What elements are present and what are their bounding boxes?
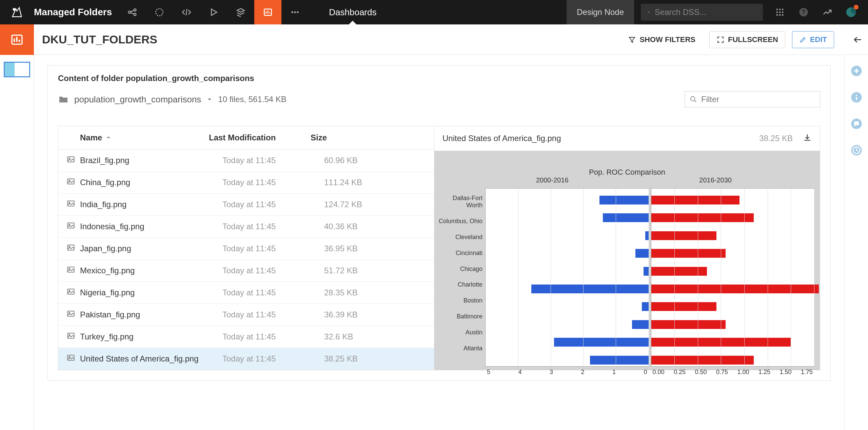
svg-point-52 — [855, 95, 857, 96]
download-icon — [803, 133, 812, 142]
file-modified: Today at 11:45 — [222, 200, 324, 209]
filter-icon — [628, 36, 636, 44]
svg-point-17 — [779, 12, 781, 13]
file-modified: Today at 11:45 — [222, 178, 324, 187]
file-name: Mexico_fig.png — [80, 266, 222, 275]
file-modified: Today at 11:45 — [222, 156, 324, 165]
file-size: 60.96 KB — [324, 156, 392, 165]
sort-asc-icon[interactable] — [105, 135, 112, 141]
svg-point-13 — [776, 9, 778, 11]
file-name: Brazil_fig.png — [80, 156, 222, 165]
file-modified: Today at 11:45 — [222, 310, 324, 319]
image-file-icon — [66, 155, 80, 166]
more-icon[interactable] — [281, 0, 309, 24]
apps-icon[interactable] — [770, 0, 790, 24]
dashboard-icon[interactable] — [254, 0, 281, 24]
svg-rect-6 — [266, 11, 267, 14]
image-file-icon — [66, 199, 80, 210]
file-size: 28.35 KB — [324, 288, 392, 297]
chart-title: Pop. ROC Comparison — [589, 168, 665, 177]
svg-point-10 — [294, 11, 296, 13]
svg-rect-7 — [268, 11, 269, 14]
global-search[interactable] — [641, 4, 763, 21]
download-button[interactable] — [803, 133, 812, 144]
help-icon[interactable]: ? — [793, 0, 814, 24]
flow-icon[interactable] — [119, 0, 146, 24]
tab-label: Dashboards — [329, 7, 376, 18]
back-arrow-button[interactable] — [848, 35, 868, 45]
col-mod-header[interactable]: Last Modification — [209, 133, 311, 142]
folder-panel: Content of folder population_growth_comp… — [47, 65, 831, 381]
show-filters-button[interactable]: SHOW FILTERS — [621, 31, 703, 48]
fullscreen-button[interactable]: FULLSCREEN — [709, 31, 785, 48]
file-table: Name Last Modification Size Brazil_fig.p… — [58, 126, 434, 370]
svg-point-14 — [779, 9, 781, 11]
file-size: 36.95 KB — [324, 244, 392, 253]
edit-button[interactable]: EDIT — [792, 31, 834, 48]
layers-icon[interactable] — [227, 0, 254, 24]
image-file-icon — [66, 243, 80, 254]
subplot-right: 0.000.250.500.751.001.251.501.75 — [651, 188, 815, 367]
svg-rect-27 — [16, 37, 18, 42]
notification-badge — [854, 5, 859, 9]
search-icon — [648, 8, 650, 17]
table-row[interactable]: Pakistan_fig.png Today at 11:45 36.39 KB — [58, 304, 434, 326]
col-size-header[interactable]: Size — [311, 133, 378, 142]
table-row[interactable]: United States of America_fig.png Today a… — [58, 348, 434, 370]
jobs-icon[interactable] — [841, 0, 861, 24]
folder-stats: 10 files, 561.54 KB — [218, 95, 286, 104]
image-file-icon — [66, 353, 80, 364]
chevron-down-icon[interactable] — [206, 96, 213, 102]
slide-thumbnail[interactable] — [4, 62, 30, 77]
right-rail — [844, 55, 868, 430]
info-icon[interactable] — [851, 92, 862, 104]
table-row[interactable]: China_fig.png Today at 11:45 111.24 KB — [58, 172, 434, 194]
comments-icon[interactable] — [851, 118, 862, 131]
filter-box[interactable] — [685, 91, 820, 108]
subplot-label-left: 2000-2016 — [536, 176, 569, 184]
top-nav: Managed Folders Dashboards Design Node ? — [0, 0, 868, 24]
fullscreen-icon — [716, 36, 725, 44]
play-icon[interactable] — [200, 0, 227, 24]
table-row[interactable]: Turkey_fig.png Today at 11:45 32.6 KB — [58, 326, 434, 348]
table-row[interactable]: Japan_fig.png Today at 11:45 36.95 KB — [58, 238, 434, 260]
add-icon[interactable] — [851, 65, 862, 78]
activity-icon[interactable] — [817, 0, 837, 24]
circle-icon[interactable] — [146, 0, 173, 24]
svg-point-4 — [156, 8, 163, 16]
pencil-icon — [799, 36, 807, 43]
file-size: 51.72 KB — [324, 266, 392, 275]
folder-name[interactable]: population_growth_comparisons — [74, 94, 201, 105]
image-file-icon — [66, 331, 80, 342]
panel-header: Content of folder population_growth_comp… — [48, 65, 830, 88]
table-row[interactable]: Brazil_fig.png Today at 11:45 60.96 KB — [58, 150, 434, 172]
code-icon[interactable] — [173, 0, 200, 24]
search-input[interactable] — [655, 7, 756, 17]
file-name: Indonesia_fig.png — [80, 222, 222, 231]
table-row[interactable]: India_fig.png Today at 11:45 124.72 KB — [58, 194, 434, 216]
svg-point-2 — [134, 9, 136, 11]
image-file-icon — [66, 265, 80, 276]
history-icon[interactable] — [851, 144, 862, 157]
chart-preview: Pop. ROC Comparison 2000-2016 2016-2030 … — [434, 151, 820, 370]
table-row[interactable]: Nigeria_fig.png Today at 11:45 28.35 KB — [58, 282, 434, 304]
file-modified: Today at 11:45 — [222, 288, 324, 297]
subplot-left: 543210 — [485, 188, 649, 367]
svg-point-20 — [779, 14, 781, 16]
filter-input[interactable] — [701, 95, 815, 104]
table-row[interactable]: Mexico_fig.png Today at 11:45 51.72 KB — [58, 260, 434, 282]
file-modified: Today at 11:45 — [222, 354, 324, 364]
svg-point-11 — [297, 11, 299, 13]
app-logo[interactable] — [0, 5, 34, 19]
preview-size: 38.25 KB — [759, 134, 793, 143]
col-name-header[interactable]: Name — [80, 133, 102, 142]
svg-rect-53 — [856, 97, 857, 100]
svg-point-0 — [13, 8, 16, 11]
slide-rail — [0, 55, 34, 430]
tab-dashboards[interactable]: Dashboards — [319, 0, 387, 24]
design-node-label[interactable]: Design Node — [567, 0, 634, 24]
table-row[interactable]: Indonesia_fig.png Today at 11:45 40.36 K… — [58, 216, 434, 238]
image-file-icon — [66, 177, 80, 188]
file-size: 40.36 KB — [324, 222, 392, 231]
arrow-left-icon — [853, 35, 863, 45]
